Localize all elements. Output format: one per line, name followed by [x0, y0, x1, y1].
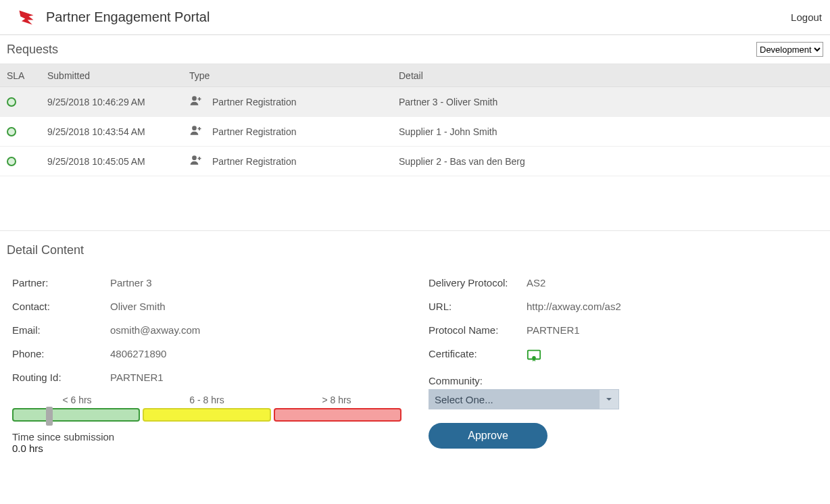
submitted-cell: 9/25/2018 10:43:54 AM [47, 126, 189, 137]
person-plus-icon [189, 124, 203, 139]
time-since-label: Time since submission [12, 431, 401, 443]
type-text: Partner Registration [212, 156, 297, 167]
table-row[interactable]: 9/25/2018 10:43:54 AMPartner Registratio… [0, 117, 830, 147]
sla-bar-yellow [143, 408, 270, 422]
url-label: URL: [429, 301, 527, 312]
requests-table-header: SLA Submitted Type Detail [0, 64, 830, 87]
routing-id-value: PARTNER1 [110, 372, 401, 383]
svg-point-1 [192, 126, 197, 130]
requests-header: Requests Development [0, 35, 830, 64]
time-since-value: 0.0 hrs [12, 443, 401, 454]
approve-button[interactable]: Approve [429, 423, 547, 449]
svg-point-0 [192, 96, 197, 101]
community-select[interactable]: Select One... [429, 389, 619, 409]
detail-cell: Supplier 2 - Bas van den Berg [399, 156, 823, 167]
email-value: osmith@axway.com [110, 324, 401, 336]
sla-range-1: < 6 hrs [12, 395, 142, 405]
topbar: Partner Engagement Portal Logout [0, 0, 830, 35]
sla-status-icon [7, 97, 16, 107]
certificate-label: Certificate: [429, 348, 527, 365]
url-value: http://axway.com/as2 [527, 301, 818, 312]
table-row[interactable]: 9/25/2018 10:46:29 AMPartner Registratio… [0, 87, 830, 117]
type-text: Partner Registration [212, 97, 297, 107]
sla-range-2: 6 - 8 hrs [142, 395, 272, 405]
detail-left: Partner: Partner 3 Contact: Oliver Smith… [12, 271, 401, 454]
logout-link[interactable]: Logout [791, 11, 822, 23]
community-dropdown-button[interactable] [599, 389, 619, 409]
col-submitted: Submitted [47, 70, 189, 81]
submitted-cell: 9/25/2018 10:46:29 AM [47, 97, 189, 107]
sla-bar-red [274, 408, 401, 422]
partner-label: Partner: [12, 277, 110, 288]
partner-value: Partner 3 [110, 277, 401, 288]
delivery-protocol-value: AS2 [527, 277, 818, 288]
app-title: Partner Engagement Portal [46, 9, 791, 25]
contact-value: Oliver Smith [110, 301, 401, 312]
col-sla: SLA [7, 70, 47, 81]
requests-title: Requests [7, 43, 756, 57]
detail-section-title: Detail Content [0, 230, 830, 264]
person-plus-icon [189, 153, 203, 169]
sla-range-3: > 8 hrs [272, 395, 401, 405]
type-cell: Partner Registration [189, 153, 399, 169]
protocol-name-label: Protocol Name: [429, 324, 527, 336]
detail-body: Partner: Partner 3 Contact: Oliver Smith… [0, 264, 830, 468]
col-type: Type [189, 70, 399, 81]
type-text: Partner Registration [212, 126, 297, 137]
brand-icon [16, 7, 36, 28]
email-label: Email: [12, 324, 110, 336]
submitted-cell: 9/25/2018 10:45:05 AM [47, 156, 189, 167]
environment-select[interactable]: Development [756, 42, 823, 57]
sla-marker[interactable] [46, 407, 53, 426]
person-plus-icon [189, 94, 203, 109]
community-label: Community: [429, 375, 818, 386]
type-cell: Partner Registration [189, 94, 399, 109]
community-input[interactable]: Select One... [429, 389, 599, 409]
contact-label: Contact: [12, 301, 110, 312]
protocol-name-value: PARTNER1 [527, 324, 818, 336]
sla-gauge: < 6 hrs 6 - 8 hrs > 8 hrs [12, 395, 401, 422]
sla-status-icon [7, 157, 16, 166]
detail-cell: Partner 3 - Oliver Smith [399, 97, 823, 107]
detail-cell: Supplier 1 - John Smith [399, 126, 823, 137]
phone-label: Phone: [12, 348, 110, 359]
svg-point-2 [192, 155, 197, 160]
phone-value: 4806271890 [110, 348, 401, 359]
table-row[interactable]: 9/25/2018 10:45:05 AMPartner Registratio… [0, 147, 830, 176]
sla-status-icon [7, 127, 16, 136]
type-cell: Partner Registration [189, 124, 399, 139]
detail-right: Delivery Protocol: AS2 URL: http://axway… [429, 271, 818, 454]
certificate-icon[interactable] [527, 348, 818, 365]
col-detail: Detail [399, 70, 823, 81]
routing-id-label: Routing Id: [12, 372, 110, 383]
sla-bar-green [12, 408, 140, 422]
delivery-protocol-label: Delivery Protocol: [429, 277, 527, 288]
